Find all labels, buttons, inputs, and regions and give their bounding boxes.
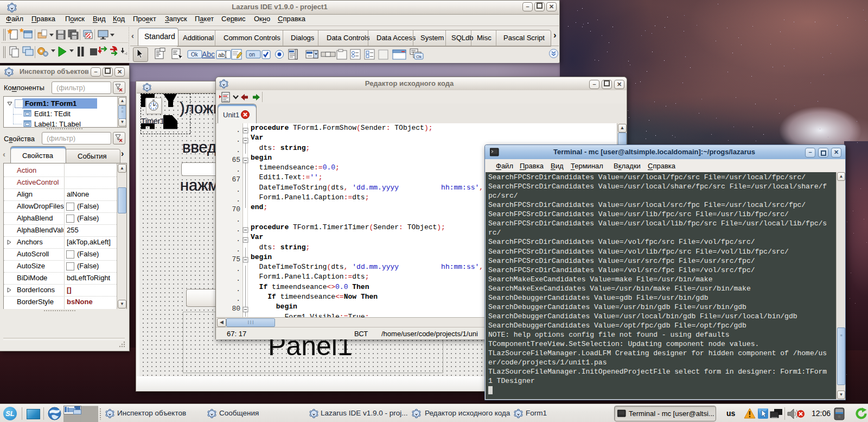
- svg-text:Abc: Abc: [202, 50, 215, 59]
- svg-text:on: on: [249, 52, 255, 58]
- svg-text:Ok: Ok: [191, 52, 199, 58]
- svg-text:ab: ab: [218, 52, 225, 58]
- svg-text:Ok: Ok: [416, 54, 422, 59]
